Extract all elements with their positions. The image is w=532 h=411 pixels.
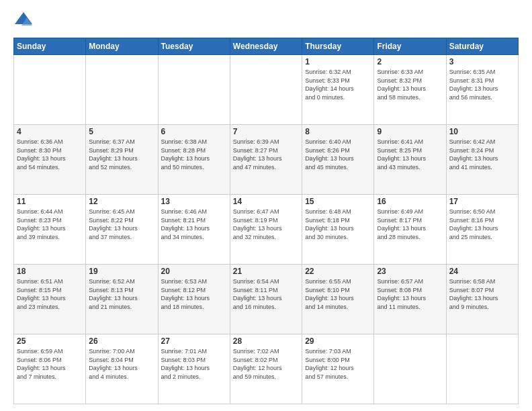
calendar-cell: 28Sunrise: 7:02 AM Sunset: 8:02 PM Dayli…	[230, 334, 302, 404]
day-number: 15	[305, 197, 371, 206]
day-number: 22	[305, 267, 371, 276]
day-info: Sunrise: 6:47 AM Sunset: 8:19 PM Dayligh…	[233, 208, 299, 241]
day-number: 11	[17, 197, 83, 206]
weekday-header-friday: Friday	[374, 38, 446, 55]
calendar-cell	[230, 55, 302, 125]
day-number: 14	[233, 197, 299, 206]
day-info: Sunrise: 7:01 AM Sunset: 8:03 PM Dayligh…	[161, 347, 227, 381]
calendar-cell: 18Sunrise: 6:51 AM Sunset: 8:15 PM Dayli…	[14, 265, 86, 334]
calendar-cell: 14Sunrise: 6:47 AM Sunset: 8:19 PM Dayli…	[230, 195, 302, 265]
day-number: 9	[377, 127, 443, 136]
day-info: Sunrise: 6:52 AM Sunset: 8:13 PM Dayligh…	[89, 277, 154, 311]
day-info: Sunrise: 6:42 AM Sunset: 8:24 PM Dayligh…	[449, 138, 515, 171]
day-number: 27	[161, 336, 227, 346]
weekday-header-sunday: Sunday	[14, 38, 86, 55]
day-number: 26	[89, 336, 154, 346]
day-number: 24	[449, 267, 515, 276]
day-info: Sunrise: 6:44 AM Sunset: 8:23 PM Dayligh…	[17, 208, 83, 241]
weekday-header-monday: Monday	[86, 38, 158, 55]
day-info: Sunrise: 6:54 AM Sunset: 8:11 PM Dayligh…	[233, 277, 299, 311]
day-number: 6	[161, 127, 227, 136]
day-number: 5	[89, 127, 154, 136]
day-info: Sunrise: 6:46 AM Sunset: 8:21 PM Dayligh…	[161, 208, 227, 241]
calendar-cell: 2Sunrise: 6:33 AM Sunset: 8:32 PM Daylig…	[374, 55, 446, 125]
header	[13, 11, 519, 31]
calendar-cell: 12Sunrise: 6:45 AM Sunset: 8:22 PM Dayli…	[86, 195, 158, 265]
day-info: Sunrise: 6:49 AM Sunset: 8:17 PM Dayligh…	[377, 208, 443, 241]
day-info: Sunrise: 6:38 AM Sunset: 8:28 PM Dayligh…	[161, 138, 227, 171]
calendar-cell: 3Sunrise: 6:35 AM Sunset: 8:31 PM Daylig…	[446, 55, 518, 125]
calendar-cell	[374, 334, 446, 404]
day-number: 7	[233, 127, 299, 136]
calendar-cell: 6Sunrise: 6:38 AM Sunset: 8:28 PM Daylig…	[158, 125, 230, 195]
day-info: Sunrise: 6:48 AM Sunset: 8:18 PM Dayligh…	[305, 208, 371, 241]
calendar-cell: 5Sunrise: 6:37 AM Sunset: 8:29 PM Daylig…	[86, 125, 158, 195]
day-info: Sunrise: 6:51 AM Sunset: 8:15 PM Dayligh…	[17, 277, 83, 311]
calendar-cell	[14, 55, 86, 125]
day-info: Sunrise: 7:00 AM Sunset: 8:04 PM Dayligh…	[89, 347, 154, 381]
day-info: Sunrise: 6:53 AM Sunset: 8:12 PM Dayligh…	[161, 277, 227, 311]
calendar-cell: 13Sunrise: 6:46 AM Sunset: 8:21 PM Dayli…	[158, 195, 230, 265]
calendar-cell: 11Sunrise: 6:44 AM Sunset: 8:23 PM Dayli…	[14, 195, 86, 265]
weekday-header-saturday: Saturday	[446, 38, 518, 55]
day-info: Sunrise: 6:45 AM Sunset: 8:22 PM Dayligh…	[89, 208, 154, 241]
day-info: Sunrise: 6:37 AM Sunset: 8:29 PM Dayligh…	[89, 138, 154, 171]
day-number: 19	[89, 267, 154, 276]
day-number: 25	[17, 336, 83, 346]
calendar-cell: 23Sunrise: 6:57 AM Sunset: 8:08 PM Dayli…	[374, 265, 446, 334]
day-info: Sunrise: 6:57 AM Sunset: 8:08 PM Dayligh…	[377, 277, 443, 311]
calendar-cell: 21Sunrise: 6:54 AM Sunset: 8:11 PM Dayli…	[230, 265, 302, 334]
day-info: Sunrise: 6:36 AM Sunset: 8:30 PM Dayligh…	[17, 138, 83, 171]
logo	[13, 11, 36, 31]
day-info: Sunrise: 6:55 AM Sunset: 8:10 PM Dayligh…	[305, 277, 371, 311]
calendar-cell: 27Sunrise: 7:01 AM Sunset: 8:03 PM Dayli…	[158, 334, 230, 404]
day-info: Sunrise: 7:02 AM Sunset: 8:02 PM Dayligh…	[233, 347, 299, 381]
day-number: 13	[161, 197, 227, 206]
day-number: 4	[17, 127, 83, 136]
weekday-header-wednesday: Wednesday	[230, 38, 302, 55]
calendar-cell: 17Sunrise: 6:50 AM Sunset: 8:16 PM Dayli…	[446, 195, 518, 265]
day-info: Sunrise: 7:03 AM Sunset: 8:00 PM Dayligh…	[305, 347, 371, 381]
day-number: 23	[377, 267, 443, 276]
calendar-cell: 7Sunrise: 6:39 AM Sunset: 8:27 PM Daylig…	[230, 125, 302, 195]
day-info: Sunrise: 6:41 AM Sunset: 8:25 PM Dayligh…	[377, 138, 443, 171]
calendar: SundayMondayTuesdayWednesdayThursdayFrid…	[13, 38, 519, 404]
calendar-cell	[158, 55, 230, 125]
day-info: Sunrise: 6:32 AM Sunset: 8:33 PM Dayligh…	[305, 68, 371, 101]
day-number: 29	[305, 336, 371, 346]
calendar-cell: 15Sunrise: 6:48 AM Sunset: 8:18 PM Dayli…	[302, 195, 374, 265]
day-info: Sunrise: 6:40 AM Sunset: 8:26 PM Dayligh…	[305, 138, 371, 171]
day-info: Sunrise: 6:39 AM Sunset: 8:27 PM Dayligh…	[233, 138, 299, 171]
calendar-cell: 26Sunrise: 7:00 AM Sunset: 8:04 PM Dayli…	[86, 334, 158, 404]
day-number: 1	[305, 57, 371, 66]
calendar-cell	[86, 55, 158, 125]
calendar-cell: 29Sunrise: 7:03 AM Sunset: 8:00 PM Dayli…	[302, 334, 374, 404]
day-info: Sunrise: 6:35 AM Sunset: 8:31 PM Dayligh…	[449, 68, 515, 101]
calendar-cell: 22Sunrise: 6:55 AM Sunset: 8:10 PM Dayli…	[302, 265, 374, 334]
weekday-header-tuesday: Tuesday	[158, 38, 230, 55]
weekday-header-thursday: Thursday	[302, 38, 374, 55]
calendar-cell	[446, 334, 518, 404]
calendar-cell: 25Sunrise: 6:59 AM Sunset: 8:06 PM Dayli…	[14, 334, 86, 404]
day-info: Sunrise: 6:50 AM Sunset: 8:16 PM Dayligh…	[449, 208, 515, 241]
day-number: 12	[89, 197, 154, 206]
day-info: Sunrise: 6:59 AM Sunset: 8:06 PM Dayligh…	[17, 347, 83, 381]
calendar-cell: 4Sunrise: 6:36 AM Sunset: 8:30 PM Daylig…	[14, 125, 86, 195]
calendar-cell: 9Sunrise: 6:41 AM Sunset: 8:25 PM Daylig…	[374, 125, 446, 195]
calendar-cell: 19Sunrise: 6:52 AM Sunset: 8:13 PM Dayli…	[86, 265, 158, 334]
day-info: Sunrise: 6:33 AM Sunset: 8:32 PM Dayligh…	[377, 68, 443, 101]
calendar-cell: 10Sunrise: 6:42 AM Sunset: 8:24 PM Dayli…	[446, 125, 518, 195]
day-number: 10	[449, 127, 515, 136]
calendar-cell: 16Sunrise: 6:49 AM Sunset: 8:17 PM Dayli…	[374, 195, 446, 265]
calendar-cell: 8Sunrise: 6:40 AM Sunset: 8:26 PM Daylig…	[302, 125, 374, 195]
day-number: 16	[377, 197, 443, 206]
day-number: 21	[233, 267, 299, 276]
calendar-cell: 1Sunrise: 6:32 AM Sunset: 8:33 PM Daylig…	[302, 55, 374, 125]
day-number: 28	[233, 336, 299, 346]
logo-icon	[13, 11, 34, 31]
day-number: 20	[161, 267, 227, 276]
day-number: 18	[17, 267, 83, 276]
day-number: 2	[377, 57, 443, 66]
calendar-cell: 20Sunrise: 6:53 AM Sunset: 8:12 PM Dayli…	[158, 265, 230, 334]
day-number: 17	[449, 197, 515, 206]
